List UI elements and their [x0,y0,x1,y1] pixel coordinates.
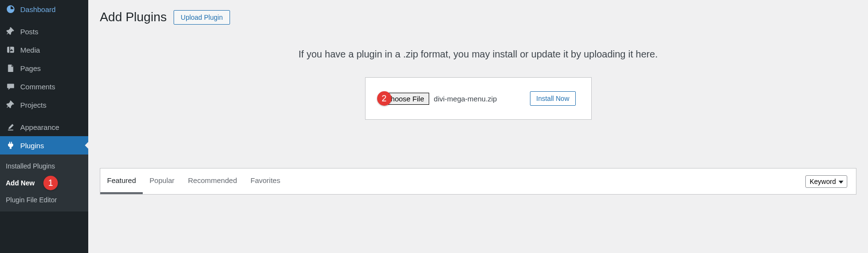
tab-featured[interactable]: Featured [100,169,143,194]
submenu-installed-plugins[interactable]: Installed Plugins [0,159,88,173]
plugins-submenu: Installed Plugins Add New 1 Plugin File … [0,155,88,211]
tab-favorites[interactable]: Favorites [244,169,287,194]
media-icon [6,45,15,55]
upload-plugin-button[interactable]: Upload Plugin [174,10,230,25]
annotation-marker-2: 2 [377,91,392,106]
comments-icon [6,82,15,91]
sidebar-item-projects[interactable]: Projects [0,96,88,114]
upload-helper-text: If you have a plugin in a .zip format, y… [100,49,856,60]
page-title: Add Plugins [100,10,167,25]
page-header: Add Plugins Upload Plugin [100,10,856,25]
sidebar-item-pages[interactable]: Pages [0,59,88,77]
pin-icon [6,100,15,110]
sidebar-label: Media [20,46,40,54]
pin-icon [6,27,15,36]
sidebar-label: Appearance [20,123,59,131]
pages-icon [6,63,15,73]
sidebar-item-comments[interactable]: Comments [0,77,88,96]
tab-popular[interactable]: Popular [143,169,181,194]
sidebar-item-plugins[interactable]: Plugins [0,136,88,155]
sidebar-label: Dashboard [20,5,55,14]
sidebar-item-dashboard[interactable]: Dashboard [0,0,88,18]
sidebar-item-posts[interactable]: Posts [0,22,88,41]
sidebar-label: Plugins [20,141,44,150]
sidebar-label: Projects [20,101,46,109]
sidebar-item-appearance[interactable]: Appearance [0,118,88,136]
sidebar-label: Pages [20,64,41,72]
sidebar-label: Comments [20,83,55,91]
search-type-select[interactable]: Keyword [805,175,847,188]
appearance-icon [6,122,15,132]
upload-box: 2 Choose File divi-mega-menu.zip Install… [365,77,592,120]
sidebar-item-media[interactable]: Media [0,41,88,59]
filter-tabs: Featured Popular Recommended Favorites [100,169,287,194]
install-now-button[interactable]: Install Now [530,91,575,106]
selected-file-name: divi-mega-menu.zip [434,95,497,103]
submenu-add-new[interactable]: Add New 1 [0,173,88,193]
submenu-plugin-file-editor[interactable]: Plugin File Editor [0,193,88,207]
filter-bar: Featured Popular Recommended Favorites K… [100,168,856,195]
sidebar-label: Posts [20,28,39,36]
annotation-marker-1: 1 [43,176,58,190]
dashboard-icon [6,4,15,14]
tab-recommended[interactable]: Recommended [181,169,244,194]
admin-sidebar: Dashboard Posts Media Pages Comments Pro… [0,0,88,253]
plugins-icon [6,141,15,150]
main-content: Add Plugins Upload Plugin If you have a … [88,0,868,253]
